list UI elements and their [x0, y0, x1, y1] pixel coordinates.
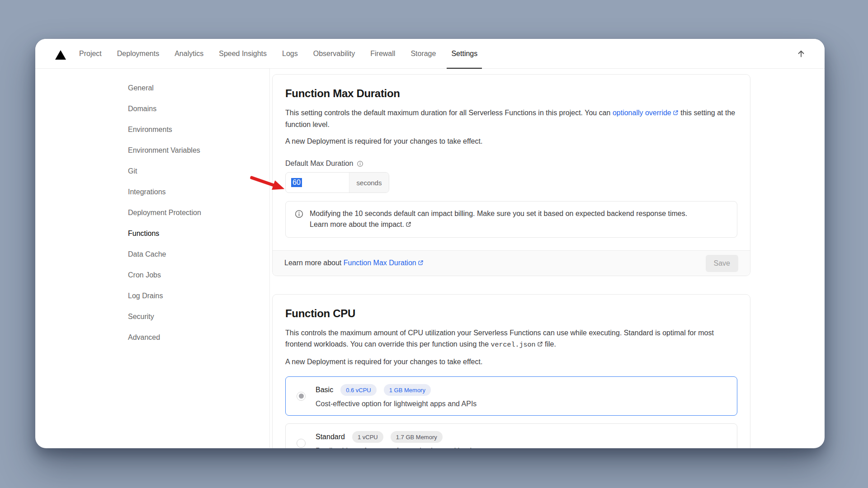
function-cpu-card: Function CPU This controls the maximum a… [272, 294, 750, 448]
card-description: This controls the maximum amount of CPU … [285, 327, 737, 351]
sidebar-item-functions[interactable]: Functions [35, 223, 269, 244]
description-text: This setting controls the default maximu… [285, 109, 613, 117]
settings-sidebar: General Domains Environments Environment… [35, 69, 270, 448]
link-text: Function Max Duration [344, 259, 416, 267]
function-max-duration-link[interactable]: Function Max Duration [344, 259, 424, 267]
radio-unselected-icon[interactable] [297, 439, 306, 448]
max-duration-input[interactable]: 60 [286, 173, 349, 192]
tab-logs[interactable]: Logs [281, 39, 299, 68]
link-text: optionally override [613, 109, 671, 117]
duration-input-row: 60 seconds [285, 172, 737, 193]
billing-warning-box: Modifying the 10 seconds default can imp… [285, 201, 737, 238]
sidebar-item-advanced[interactable]: Advanced [35, 327, 269, 348]
vercel-logo[interactable] [55, 48, 66, 60]
memory-badge: 1.7 GB Memory [391, 431, 443, 443]
tab-project[interactable]: Project [78, 39, 103, 68]
sidebar-item-git[interactable]: Git [35, 161, 269, 182]
sidebar-item-cron-jobs[interactable]: Cron Jobs [35, 265, 269, 286]
option-description: Predictable performance for production w… [316, 447, 475, 448]
sidebar-item-data-cache[interactable]: Data Cache [35, 244, 269, 265]
option-name: Standard [316, 433, 345, 441]
app-window: Project Deployments Analytics Speed Insi… [35, 39, 825, 448]
card-title: Function Max Duration [285, 87, 737, 100]
selected-input-value: 60 [291, 178, 302, 187]
sidebar-item-environment-variables[interactable]: Environment Variables [35, 140, 269, 161]
cpu-option-basic[interactable]: Basic 0.6 vCPU 1 GB Memory Cost-effectiv… [285, 376, 737, 416]
optionally-override-link[interactable]: optionally override [613, 109, 679, 117]
cpu-option-standard[interactable]: Standard 1 vCPU 1.7 GB Memory Predictabl… [285, 423, 737, 448]
sidebar-item-integrations[interactable]: Integrations [35, 182, 269, 202]
warning-line: Modifying the 10 seconds default can imp… [310, 210, 687, 217]
field-label-row: Default Max Duration [285, 160, 737, 168]
impact-link[interactable]: Learn more about the impact. [310, 221, 411, 228]
sidebar-item-environments[interactable]: Environments [35, 119, 269, 140]
description-text: file. [543, 340, 556, 348]
vcpu-badge: 0.6 vCPU [340, 384, 377, 396]
footer-learn-more: Learn more about Function Max Duration [284, 259, 424, 267]
sidebar-item-security[interactable]: Security [35, 306, 269, 327]
deployment-note: A new Deployment is required for your ch… [285, 356, 737, 367]
default-max-duration-label: Default Max Duration [285, 160, 353, 168]
settings-main: Function Max Duration This setting contr… [270, 69, 825, 448]
tab-speed-insights[interactable]: Speed Insights [218, 39, 268, 68]
option-description: Cost-effective option for lightweight ap… [316, 400, 476, 408]
top-nav: Project Deployments Analytics Speed Insi… [35, 39, 825, 69]
nav-tabs: Project Deployments Analytics Speed Insi… [78, 39, 478, 68]
card-description: This setting controls the default maximu… [285, 107, 737, 130]
external-link-icon [406, 221, 411, 227]
tab-deployments[interactable]: Deployments [116, 39, 160, 68]
card-footer: Learn more about Function Max Duration S… [273, 250, 750, 276]
link-text: Learn more about the impact. [310, 221, 404, 228]
sidebar-item-general[interactable]: General [35, 78, 269, 99]
sidebar-item-domains[interactable]: Domains [35, 99, 269, 119]
tab-analytics[interactable]: Analytics [174, 39, 204, 68]
radio-selected-icon[interactable] [297, 392, 306, 401]
vercel-triangle-icon [55, 50, 66, 60]
deployment-note: A new Deployment is required for your ch… [285, 136, 737, 147]
vcpu-badge: 1 vCPU [352, 431, 383, 443]
tab-firewall[interactable]: Firewall [369, 39, 396, 68]
tab-storage[interactable]: Storage [410, 39, 437, 68]
tab-observability[interactable]: Observability [312, 39, 356, 68]
external-link-icon [418, 260, 424, 266]
vercel-json-code: vercel.json [491, 341, 536, 349]
duration-input-group: 60 seconds [285, 172, 389, 193]
seconds-unit-label: seconds [349, 173, 389, 192]
external-link-icon [673, 110, 679, 116]
external-link-icon [537, 341, 543, 347]
footer-text: Learn more about [284, 259, 344, 267]
sidebar-item-deployment-protection[interactable]: Deployment Protection [35, 202, 269, 223]
scroll-to-top-button[interactable] [793, 46, 809, 62]
tab-settings[interactable]: Settings [450, 39, 478, 68]
card-title: Function CPU [285, 307, 737, 320]
option-name: Basic [316, 386, 333, 394]
function-max-duration-card: Function Max Duration This setting contr… [272, 74, 750, 276]
memory-badge: 1 GB Memory [384, 384, 431, 396]
info-circle-icon [295, 210, 303, 218]
save-button[interactable]: Save [706, 255, 738, 272]
sidebar-item-log-drains[interactable]: Log Drains [35, 286, 269, 306]
warning-text: Modifying the 10 seconds default can imp… [310, 208, 687, 230]
arrow-up-icon [797, 49, 806, 58]
info-icon[interactable] [357, 160, 363, 167]
